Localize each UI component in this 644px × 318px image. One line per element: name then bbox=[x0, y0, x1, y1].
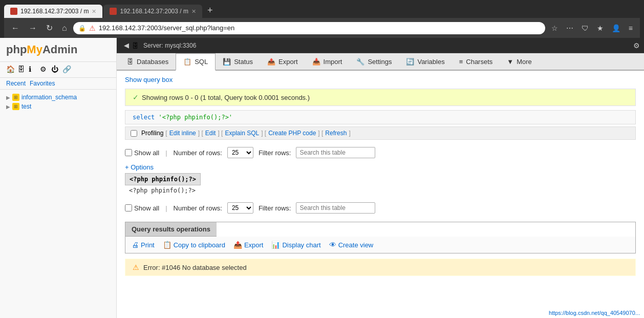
show-query-box-link[interactable]: Show query box bbox=[125, 76, 636, 83]
info-sidebar-icon[interactable]: ℹ bbox=[29, 65, 38, 74]
tab-title-2: 192.168.142.37:2003 / m bbox=[120, 8, 188, 15]
tab-title-1: 192.168.142.37:2003 / m bbox=[20, 8, 89, 15]
tab-status[interactable]: 💾 Status bbox=[216, 54, 260, 71]
settings-label: Settings bbox=[368, 58, 392, 66]
footer-link: https://blog.csdn.net/qq_40549070... bbox=[549, 310, 640, 316]
chart-label: Display chart bbox=[282, 241, 320, 249]
new-tab-button[interactable]: + bbox=[203, 3, 217, 18]
extend-icon[interactable]: ≡ bbox=[626, 22, 636, 34]
recent-link[interactable]: Recent bbox=[6, 80, 26, 87]
shield-icon[interactable]: 🛡 bbox=[578, 22, 592, 34]
tab-sql[interactable]: 📋 SQL bbox=[176, 53, 216, 71]
sidebar-db-test[interactable]: ▶ ⊞ test bbox=[0, 102, 116, 111]
filter-input-2[interactable] bbox=[296, 202, 375, 214]
edit-inline-link[interactable]: Edit inline bbox=[169, 130, 196, 137]
tab-export[interactable]: 📤 Export bbox=[260, 54, 305, 71]
pma-logo: phpMyAdmin bbox=[0, 38, 116, 62]
profiling-label: Profiling bbox=[141, 130, 163, 137]
create-view-link[interactable]: 👁 Create view bbox=[329, 241, 374, 249]
tab-settings[interactable]: 🔧 Settings bbox=[349, 54, 399, 71]
view-icon: 👁 bbox=[329, 241, 336, 249]
db-icon-1: ⊞ bbox=[12, 94, 19, 101]
favorites-link[interactable]: Favorites bbox=[30, 80, 55, 87]
profiling-checkbox[interactable] bbox=[131, 130, 137, 137]
data-value-cell: <?php phpinfo();?> bbox=[125, 186, 200, 195]
forward-button[interactable]: → bbox=[26, 22, 40, 35]
browser-tab-1[interactable]: 192.168.142.37:2003 / m ✕ bbox=[4, 5, 102, 18]
options-link[interactable]: + Options bbox=[125, 163, 154, 171]
error-banner: ⚠ Error: #1046 No database selected bbox=[125, 259, 636, 276]
tab-close-2[interactable]: ✕ bbox=[191, 8, 196, 15]
sql-string: '<?php phpinfo();?>' bbox=[159, 114, 233, 121]
address-bar-wrap: 🔒 ⚠ bbox=[73, 22, 545, 34]
app-layout: phpMyAdmin 🏠 🗄 ℹ ⚙ ⏻ 🔗 Recent Favorites … bbox=[0, 38, 644, 318]
menu-icon[interactable]: ⋯ bbox=[563, 22, 576, 34]
tab-variables[interactable]: 🔄 Variables bbox=[399, 54, 452, 71]
browser-tab-2[interactable]: 192.168.142.37:2003 / m ✕ bbox=[103, 5, 202, 18]
tab-import[interactable]: 📥 Import bbox=[305, 54, 350, 71]
show-all-checkbox-1[interactable] bbox=[125, 149, 132, 156]
sidebar-links: Recent Favorites bbox=[0, 78, 116, 90]
settings-sidebar-icon[interactable]: ⚙ bbox=[40, 65, 49, 74]
filter-label-2: Filter rows: bbox=[259, 204, 291, 212]
tab-close-1[interactable]: ✕ bbox=[92, 8, 96, 15]
print-icon: 🖨 bbox=[132, 241, 139, 249]
collapse-sidebar-button[interactable]: ◀ bbox=[121, 40, 132, 51]
refresh-link[interactable]: Refresh bbox=[325, 130, 347, 137]
sql-keyword: select bbox=[133, 114, 155, 121]
sql-label: SQL bbox=[195, 58, 208, 66]
create-php-code-link[interactable]: Create PHP code bbox=[268, 130, 316, 137]
link-sidebar-icon[interactable]: 🔗 bbox=[62, 65, 72, 74]
options-row: + Options bbox=[125, 163, 636, 171]
print-label: Print bbox=[141, 241, 155, 249]
db-icon-2: ⊞ bbox=[12, 103, 19, 110]
export-label: Export bbox=[244, 241, 264, 249]
tab-favicon-1 bbox=[10, 8, 17, 15]
query-results-section: Query results operations 🖨 Print 📋 Copy … bbox=[125, 222, 636, 253]
toolbar-icons: ☆ ⋯ 🛡 ★ 👤 ≡ bbox=[548, 22, 636, 34]
edit-link[interactable]: Edit bbox=[205, 130, 216, 137]
copy-link[interactable]: 📋 Copy to clipboard bbox=[163, 241, 225, 249]
sql-icon: 📋 bbox=[183, 58, 191, 66]
bookmark-icon[interactable]: ☆ bbox=[548, 22, 561, 34]
error-text: Error: #1046 No database selected bbox=[143, 264, 247, 271]
tab-more[interactable]: ▼ More bbox=[500, 54, 539, 71]
explain-sql-link[interactable]: Explain SQL bbox=[225, 130, 259, 137]
success-banner: ✓ Showing rows 0 - 0 (1 total, Query too… bbox=[125, 89, 636, 106]
tab-favicon-2 bbox=[110, 8, 117, 15]
export-link[interactable]: 📤 Export bbox=[233, 241, 264, 249]
home-button[interactable]: ⌂ bbox=[59, 22, 70, 35]
star-icon[interactable]: ★ bbox=[594, 22, 607, 34]
home-sidebar-icon[interactable]: 🏠 bbox=[6, 65, 15, 74]
chart-link[interactable]: 📊 Display chart bbox=[271, 241, 320, 249]
variables-label: Variables bbox=[417, 58, 444, 66]
query-ops-body: 🖨 Print 📋 Copy to clipboard 📤 Export 📊 D… bbox=[125, 237, 635, 253]
print-link[interactable]: 🖨 Print bbox=[132, 241, 155, 249]
rows-select-2[interactable]: 25 50 100 bbox=[227, 202, 253, 214]
error-icon: ⚠ bbox=[133, 263, 139, 271]
query-ops-header: Query results operations bbox=[125, 222, 217, 237]
tab-charsets[interactable]: ≡ Charsets bbox=[452, 54, 500, 71]
logo-php: php bbox=[6, 43, 27, 56]
tab-databases[interactable]: 🗄 Databases bbox=[120, 54, 176, 71]
charsets-icon: ≡ bbox=[459, 58, 463, 66]
filter-input-1[interactable] bbox=[296, 147, 375, 158]
export-icon: 📤 bbox=[267, 58, 275, 66]
show-all-wrap-2: Show all bbox=[125, 204, 159, 212]
exit-sidebar-icon[interactable]: ⏻ bbox=[51, 65, 60, 74]
back-button[interactable]: ← bbox=[8, 22, 23, 35]
address-input[interactable] bbox=[99, 24, 540, 32]
profiling-bar: Profiling [ Edit inline ] [ Edit ] [ Exp… bbox=[125, 126, 636, 140]
show-all-checkbox-2[interactable] bbox=[125, 204, 132, 211]
rows-select-1[interactable]: 25 50 100 bbox=[227, 147, 253, 158]
sql-display: select '<?php phpinfo();?>' bbox=[125, 110, 636, 124]
sidebar: phpMyAdmin 🏠 🗄 ℹ ⚙ ⏻ 🔗 Recent Favorites … bbox=[0, 38, 117, 318]
rows-label-2: Number of rows: bbox=[174, 204, 222, 212]
reload-button[interactable]: ↻ bbox=[43, 21, 56, 35]
sidebar-db-information-schema[interactable]: ▶ ⊞ information_schema bbox=[0, 93, 116, 102]
db-sidebar-icon[interactable]: 🗄 bbox=[17, 65, 27, 74]
top-bar-gear-icon[interactable]: ⚙ bbox=[633, 41, 640, 50]
server-info: Server: mysql:3306 bbox=[143, 42, 196, 49]
profile-icon[interactable]: 👤 bbox=[609, 22, 624, 34]
data-table-value: <?php phpinfo();?> bbox=[125, 186, 636, 194]
